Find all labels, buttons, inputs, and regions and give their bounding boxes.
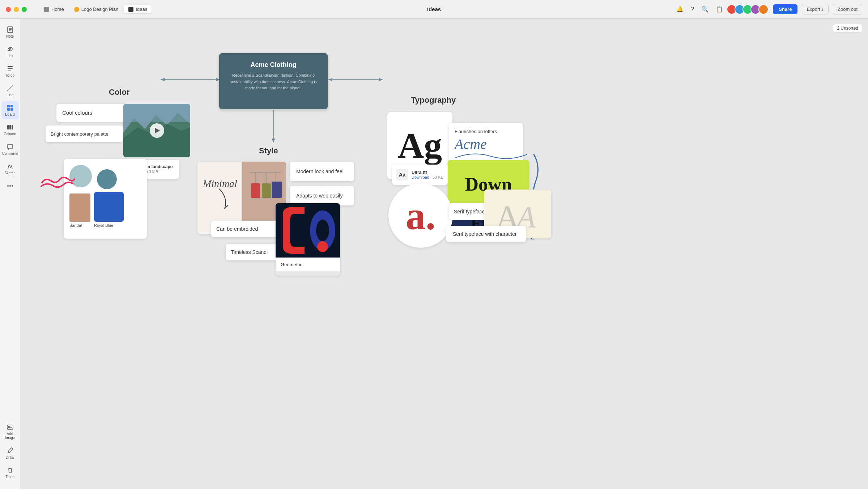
adapts-label: Adapts to web easily — [296, 193, 342, 199]
toolbar-right: 🔔 ? 🔍 📋 Share Export ↓ Zoom out — [675, 4, 862, 14]
geometric-label: Geometric — [281, 262, 302, 267]
svg-text:Minimal: Minimal — [203, 178, 237, 189]
svg-rect-26 — [123, 104, 190, 122]
sidebar-item-sketch[interactable]: Sketch — [1, 160, 19, 178]
sidebar-item-draw[interactable]: Draw — [1, 444, 19, 462]
tab-logo[interactable]: Logo Design Plan — [70, 5, 123, 13]
svg-rect-4 — [8, 66, 13, 67]
svg-point-41 — [316, 220, 329, 241]
sidebar-item-column[interactable]: Column — [1, 121, 19, 139]
modern-look-card: Modern look and feel — [290, 162, 354, 181]
fullscreen-dot[interactable] — [22, 7, 27, 12]
modern-label: Modern look and feel — [296, 169, 344, 174]
svg-point-17 — [12, 185, 13, 187]
sidebar-item-trash[interactable]: Trash — [1, 464, 19, 482]
add-image-icon — [7, 424, 14, 431]
sidebar-item-more[interactable]: ... — [1, 179, 19, 197]
link-icon — [7, 46, 14, 53]
sketch-label: Sketch — [4, 171, 16, 175]
embroider-card: Can be embroided — [211, 221, 278, 237]
window-controls — [6, 7, 27, 12]
sidebar-item-line[interactable]: Line — [1, 82, 19, 100]
svg-line-7 — [7, 85, 13, 91]
comment-icon — [7, 143, 14, 150]
royal-blue-swatch — [94, 192, 124, 222]
adapts-web-card: Adapts to web easily — [290, 186, 354, 205]
draw-label: Draw — [6, 455, 14, 459]
svg-rect-13 — [9, 125, 11, 129]
video-card[interactable] — [123, 104, 190, 157]
export-button[interactable]: Export ↓ — [802, 4, 829, 14]
help-button[interactable]: ? — [689, 5, 695, 14]
sidebar-item-link[interactable]: Link — [1, 43, 19, 61]
tab-ideas[interactable]: Ideas — [124, 5, 152, 13]
sidebar-item-note[interactable]: Note — [1, 23, 19, 41]
titlebar: Home Logo Design Plan Ideas Ideas 🔔 ? 🔍 … — [0, 0, 868, 19]
video-thumbnail — [123, 104, 190, 157]
minimize-dot[interactable] — [14, 7, 19, 12]
ultra-card: Aa Ultra.ttf Download · 53 KB — [392, 165, 448, 185]
draw-icon — [7, 447, 14, 454]
unsorted-badge[interactable]: 2 Unsorted — [833, 24, 862, 33]
bright-palette-label: Bright contemporary palette — [51, 131, 109, 137]
aa-icon: Aa — [396, 169, 408, 180]
svg-rect-11 — [10, 108, 13, 111]
tab-ideas-label: Ideas — [136, 7, 147, 12]
ultra-name: Ultra.ttf — [412, 170, 443, 175]
line-icon — [7, 85, 14, 92]
search-button[interactable]: 🔍 — [700, 4, 710, 14]
sandal-group: Sandal — [69, 194, 90, 228]
svg-rect-12 — [7, 125, 9, 129]
more-icon — [7, 182, 14, 190]
share-button[interactable]: Share — [773, 4, 797, 14]
sketch-icon — [7, 163, 14, 170]
sidebar-item-comment[interactable]: Comment — [1, 140, 19, 158]
ideas-tab-icon — [128, 7, 133, 12]
style-section-label: Style — [259, 146, 278, 156]
tab-home[interactable]: Home — [40, 5, 68, 13]
zoom-button[interactable]: Zoom out — [833, 4, 862, 14]
sidebar-item-add-image[interactable]: Add Image — [1, 421, 19, 443]
trash-icon — [7, 467, 14, 474]
column-label: Column — [4, 132, 16, 136]
svg-rect-5 — [8, 68, 13, 69]
canvas: Color Style Typography Acme Clothing Red… — [20, 19, 868, 489]
acme-title: Acme Clothing — [227, 61, 320, 69]
cool-colours-label: Cool colours — [62, 110, 92, 116]
close-dot[interactable] — [6, 7, 11, 12]
timeless-label: Timeless Scandi — [231, 249, 268, 255]
tab-logo-label: Logo Design Plan — [81, 7, 119, 12]
notifications-button[interactable]: 🔔 — [675, 4, 685, 14]
typography-section-label: Typography — [411, 95, 456, 105]
ultra-download[interactable]: Download · 53 KB — [412, 175, 443, 179]
todo-icon — [7, 65, 14, 72]
add-image-label: Add Image — [3, 432, 17, 440]
page-title: Ideas — [427, 6, 441, 12]
sidebar-item-board[interactable]: Board — [1, 101, 19, 119]
play-button[interactable] — [150, 123, 164, 138]
geometric-label-area: Geometric — [276, 258, 340, 271]
avatar-5 — [758, 4, 769, 14]
ultra-info: Ultra.ttf Download · 53 KB — [412, 170, 443, 179]
profile-button[interactable]: 📋 — [714, 4, 724, 14]
todo-label: To-do — [5, 73, 14, 77]
svg-rect-36 — [251, 183, 260, 198]
rects-row: Sandal Royal Blue — [69, 192, 141, 228]
embroider-label: Can be embroided — [216, 226, 258, 232]
board-icon — [7, 104, 14, 111]
ultra-size: · 53 KB — [430, 175, 443, 179]
bright-palette-card: Bright contemporary palette — [46, 126, 123, 142]
sidebar-item-todo[interactable]: To-do — [1, 62, 19, 80]
svg-rect-10 — [7, 108, 10, 111]
acme-description: Redefining a Scandinavian fashion. Combi… — [227, 72, 320, 92]
sandal-swatch — [69, 194, 90, 222]
play-triangle-icon — [155, 128, 160, 133]
note-label: Note — [6, 34, 14, 38]
svg-rect-14 — [12, 125, 13, 129]
geometric-art — [276, 203, 340, 258]
svg-point-42 — [317, 241, 328, 252]
sidebar: Note Link To-do Line Board Column Commen… — [0, 19, 20, 489]
circles-row — [69, 165, 141, 189]
logo-tab-icon — [74, 7, 79, 12]
svg-point-15 — [7, 185, 9, 187]
